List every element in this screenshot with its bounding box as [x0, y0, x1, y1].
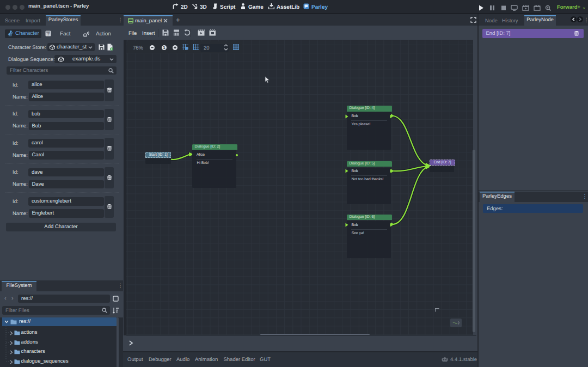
svg-text:?: ?	[47, 32, 50, 36]
